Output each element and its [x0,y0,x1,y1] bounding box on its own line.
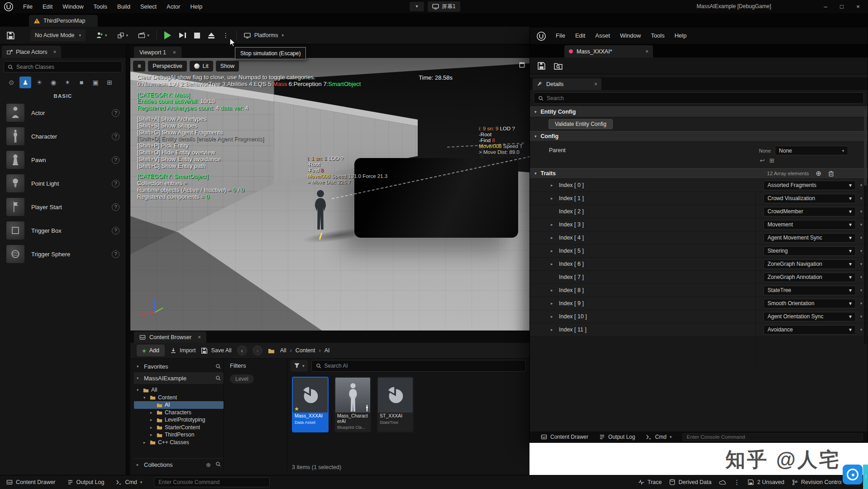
trait-expander-icon[interactable]: ▸ [551,301,553,306]
search-classes-input[interactable] [16,64,118,70]
tree-item-ai[interactable]: AI [134,401,224,409]
section-config[interactable]: ▾ Config [530,131,868,142]
trait-type-dropdown[interactable]: Smooth Orientation▾ [763,299,856,308]
filter-funnel-button[interactable]: ▾ [291,360,308,372]
asset-tile-mass-characterai[interactable]: Mass_CharacterAIBlueprint Cla... [334,377,371,432]
more-options-kebab-icon[interactable]: ⋮ [734,479,740,486]
browse-asset-icon[interactable]: ⊞ [769,157,774,164]
console-command-input[interactable] [687,434,859,440]
details-column-divider[interactable] [755,192,756,363]
trait-expander-icon[interactable]: ▸ [551,235,553,240]
add-collection-icon[interactable]: ⊕ [206,461,211,468]
save-icon[interactable] [537,62,546,70]
details-scrollbar[interactable] [864,109,867,344]
browse-to-asset-icon[interactable] [554,62,563,70]
menu-actor[interactable]: Actor [162,3,185,10]
screen-selector-button[interactable]: 屏幕1 [428,1,460,12]
tree-item-content[interactable]: ▾Content [134,394,224,402]
trait-type-dropdown[interactable]: Movement▾ [763,220,856,230]
tab-thirdpersonmap[interactable]: ThirdPersonMap [29,15,98,27]
save-icon[interactable] [6,31,15,40]
trait-type-dropdown[interactable]: Steering▾ [763,246,856,256]
place-actor-trigger-box[interactable]: Trigger Box? [0,219,126,242]
asset-editor-menu-file[interactable]: File [551,29,570,42]
minimize-button[interactable]: – [817,0,834,13]
tab-content-browser[interactable]: Content Browser × [134,331,206,343]
trait-type-dropdown[interactable]: Agent Movement Sync▾ [763,233,856,243]
tree-item-c-classes[interactable]: ▸C++ Classes [134,439,224,446]
trait-type-dropdown[interactable]: ZoneGraph Navigation▾ [763,259,856,269]
asset-tile-st-xxxai[interactable]: ST_XXXAIStateTree [377,377,414,432]
menu-select[interactable]: Select [135,3,162,10]
search-icon[interactable] [215,364,221,369]
project-section[interactable]: ▾ MassAIExample [134,372,224,384]
tree-expander-icon[interactable]: ▸ [143,440,148,445]
floating-widget[interactable]: ⋮ [843,465,868,489]
show-dropdown[interactable]: Show [216,61,239,72]
menu-file[interactable]: File [18,3,38,10]
trait-expander-icon[interactable]: ▸ [551,249,553,253]
tree-item-startercontent[interactable]: ▸StarterContent [134,424,224,431]
menu-edit[interactable]: Edit [38,3,57,10]
breadcrumb-ai[interactable]: AI [324,347,330,354]
trace-button[interactable]: Trace [638,479,662,485]
help-icon[interactable]: ? [112,133,119,140]
volumes-icon[interactable]: ▣ [90,77,101,88]
trait-expander-icon[interactable]: ▸ [551,327,553,332]
menu-tools[interactable]: Tools [89,3,112,10]
use-selected-icon[interactable]: ↩ [760,157,765,164]
viewport-options-button[interactable]: ≡ [133,61,145,72]
place-actor-actor[interactable]: Actor? [0,101,126,125]
trait-expander-icon[interactable]: ▸ [551,222,553,227]
all-classes-icon[interactable]: ⊞ [104,77,115,88]
tree-expander-icon[interactable]: ▸ [150,432,154,437]
menu-help[interactable]: Help [185,3,207,10]
search-icon[interactable] [215,461,221,467]
place-actors-search[interactable] [4,61,122,72]
tree-expander-icon[interactable]: ▸ [150,417,154,422]
recently-placed-icon[interactable]: ⊙ [5,77,17,88]
frame-skip-button[interactable] [179,33,186,38]
close-icon[interactable]: × [173,49,176,56]
add-element-icon[interactable]: ⊕ [816,169,821,177]
cinematic-icon[interactable]: ◉ [48,77,59,88]
trait-type-dropdown[interactable]: Avoidance▾ [763,325,856,335]
help-icon[interactable]: ? [112,250,119,258]
details-search-box[interactable] [534,92,864,104]
tree-item-all[interactable]: ▾All [134,386,224,394]
trait-expander-icon[interactable]: ▸ [551,196,553,201]
place-actor-character[interactable]: Character? [0,125,126,148]
validate-entity-config-button[interactable]: Validate Entity Config [548,119,613,129]
content-drawer-button[interactable]: Content Drawer [541,434,588,440]
close-button[interactable]: × [850,0,866,13]
menu-window[interactable]: Window [57,3,88,10]
tab-mass-xxxai[interactable]: Mass_XXXAI* × [564,45,653,58]
tab-place-actors[interactable]: Place Actors × [2,46,61,58]
asset-editor-menu-help[interactable]: Help [669,29,692,42]
console-command-input[interactable] [158,479,265,485]
details-search-input[interactable] [547,95,859,101]
trait-expander-icon[interactable]: ▸ [551,183,553,187]
close-icon[interactable]: × [594,81,597,87]
content-drawer-button[interactable]: Content Drawer [6,479,56,485]
close-icon[interactable]: × [645,48,649,55]
trait-expander-icon[interactable]: ▸ [551,288,553,292]
unsaved-button[interactable]: 2 Unsaved [748,479,784,485]
play-button[interactable] [164,31,171,39]
close-icon[interactable]: × [198,334,201,340]
help-icon[interactable]: ? [112,203,119,211]
platforms-dropdown[interactable]: Platforms ▾ [244,32,284,38]
tree-expander-icon[interactable]: ▸ [150,425,154,430]
add-button[interactable]: +Add [137,345,165,356]
section-traits[interactable]: ▾ Traits 12 Array elements ⊕ [530,168,868,179]
trait-type-dropdown[interactable]: CrowdMember▾ [763,207,856,216]
menu-build[interactable]: Build [112,3,135,10]
basic-icon[interactable]: ♟ [19,77,31,88]
tree-item-thirdperson[interactable]: ▸ThirdPerson [134,431,224,439]
cinematics-dropdown[interactable]: ▾ [138,32,149,38]
geometry-icon[interactable]: ■ [76,77,87,88]
play-options-kebab-icon[interactable]: ⋮ [223,32,229,39]
restore-button[interactable]: □ [834,0,850,13]
editor-mode-dropdown[interactable]: No Active Mode ▾ [30,29,86,41]
trait-type-dropdown[interactable]: Agent Orientation Sync▾ [763,312,856,321]
